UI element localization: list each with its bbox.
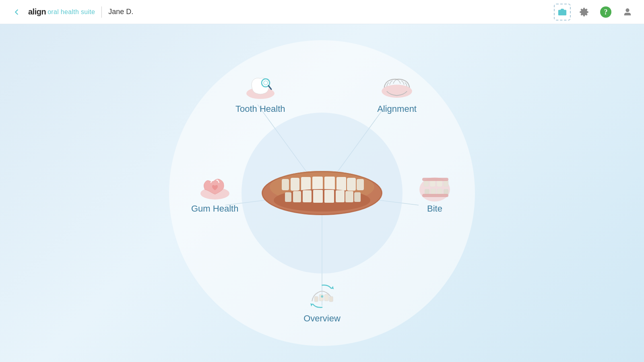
svg-rect-36 xyxy=(424,180,429,187)
inner-circle xyxy=(242,113,402,274)
svg-text:?: ? xyxy=(604,8,608,16)
gum-health-icon-container xyxy=(197,172,233,200)
alignment-icon-container xyxy=(379,72,415,101)
svg-rect-25 xyxy=(336,190,345,202)
gum-health-label: Gum Health xyxy=(191,204,238,214)
overview-menu-item[interactable]: Overview xyxy=(303,282,341,324)
overview-icon-container xyxy=(304,282,340,310)
overview-label: Overview xyxy=(303,313,341,324)
gum-health-icon xyxy=(197,171,233,202)
svg-rect-14 xyxy=(312,177,323,191)
help-button[interactable]: ? xyxy=(597,4,614,21)
svg-point-0 xyxy=(561,11,564,14)
bite-icon-container xyxy=(417,172,453,200)
tooth-health-menu-item[interactable]: Tooth Health xyxy=(235,72,285,114)
svg-point-3 xyxy=(626,8,629,11)
app-logo: align oral health suite xyxy=(28,7,95,16)
help-icon: ? xyxy=(600,6,612,18)
screenshot-button[interactable] xyxy=(554,4,571,21)
svg-rect-40 xyxy=(425,189,429,195)
svg-rect-23 xyxy=(313,190,323,203)
header-actions: ? xyxy=(554,4,636,21)
svg-rect-16 xyxy=(336,177,346,191)
svg-rect-20 xyxy=(285,192,291,202)
svg-rect-21 xyxy=(293,191,301,202)
svg-rect-13 xyxy=(301,177,311,191)
alignment-menu-item[interactable]: Alignment xyxy=(377,72,417,114)
teeth-3d-model xyxy=(258,157,386,229)
svg-rect-24 xyxy=(324,190,334,203)
svg-rect-11 xyxy=(282,179,289,190)
header-divider xyxy=(101,6,102,18)
svg-rect-17 xyxy=(347,178,356,191)
svg-rect-22 xyxy=(303,190,312,202)
bite-label: Bite xyxy=(427,204,442,214)
tooth-health-icon xyxy=(242,72,279,101)
patient-name: Jane D. xyxy=(108,8,133,16)
chevron-left-icon xyxy=(12,8,21,16)
svg-rect-26 xyxy=(345,191,353,202)
svg-rect-48 xyxy=(324,294,328,301)
main-content: Tooth Health xyxy=(0,24,644,362)
svg-rect-45 xyxy=(422,194,448,197)
outer-circle: Tooth Health xyxy=(169,40,475,346)
logo-align-text: align xyxy=(28,7,46,16)
teeth-svg xyxy=(258,157,386,221)
bite-menu-item[interactable]: Bite xyxy=(417,172,453,214)
overview-icon xyxy=(304,281,340,311)
user-button[interactable] xyxy=(619,4,636,21)
svg-rect-47 xyxy=(319,294,323,301)
svg-rect-44 xyxy=(422,178,448,181)
gum-health-menu-item[interactable]: Gum Health xyxy=(191,172,238,214)
alignment-icon xyxy=(379,72,415,101)
gear-icon xyxy=(579,7,589,17)
tooth-health-icon-container xyxy=(242,72,279,101)
tooth-health-label: Tooth Health xyxy=(235,104,285,114)
back-button[interactable] xyxy=(8,4,25,21)
settings-button[interactable] xyxy=(576,4,592,21)
svg-rect-27 xyxy=(354,192,361,202)
svg-rect-49 xyxy=(329,296,333,302)
svg-rect-46 xyxy=(314,296,318,302)
svg-point-52 xyxy=(321,295,323,298)
camera-icon xyxy=(558,8,567,16)
logo-suite-text: oral health suite xyxy=(47,8,95,16)
svg-rect-18 xyxy=(357,179,364,190)
header: align oral health suite Jane D. ? xyxy=(0,0,644,24)
alignment-label: Alignment xyxy=(377,104,417,114)
svg-rect-12 xyxy=(291,178,299,191)
svg-rect-39 xyxy=(444,180,448,187)
user-icon xyxy=(623,8,632,16)
svg-rect-43 xyxy=(444,189,448,195)
bite-icon xyxy=(417,171,453,202)
svg-rect-15 xyxy=(324,177,335,191)
